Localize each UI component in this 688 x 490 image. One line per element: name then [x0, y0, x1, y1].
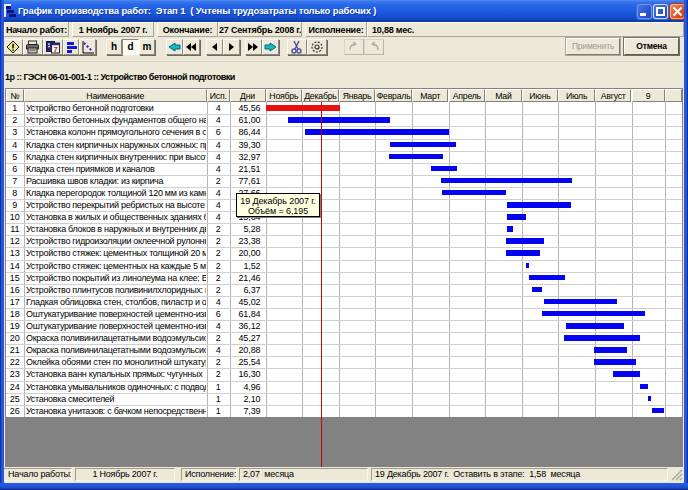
svg-text:7: 7 [54, 45, 58, 54]
